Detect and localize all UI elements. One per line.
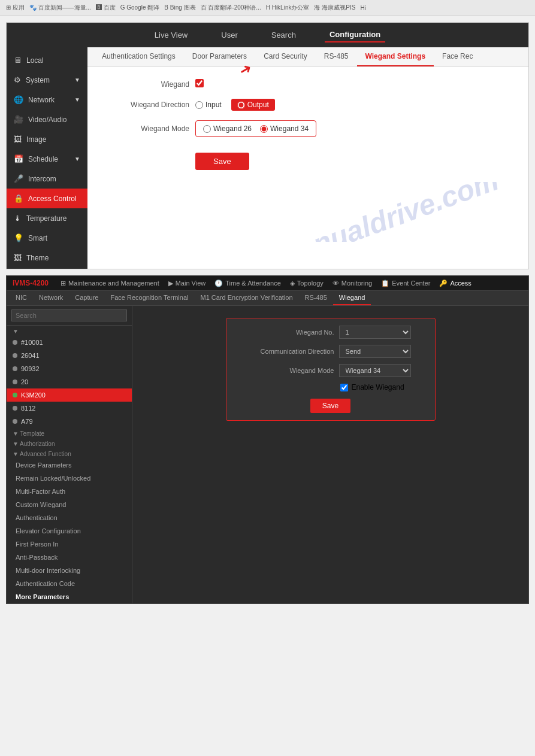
ivms-device-90932[interactable]: 90932 [7, 362, 132, 375]
ivms-tab-m1[interactable]: M1 Card Encryption Verification [194, 291, 298, 305]
ivms-nav-event[interactable]: 📋 Event Center [381, 280, 430, 287]
temperature-icon: 🌡 [14, 214, 22, 223]
sidebar-item-image[interactable]: 🖼 Image [7, 129, 87, 149]
ivms-device-8112[interactable]: 8112 [7, 402, 132, 415]
ivms-comm-dir-select[interactable]: Send [339, 345, 411, 358]
schedule-icon: 📅 [14, 154, 23, 163]
tab-wiegand-settings[interactable]: Wiegand Settings [357, 47, 434, 66]
ivms-search-input[interactable] [11, 309, 127, 321]
wiegand-row: Wiegand ➜ [105, 79, 510, 89]
sidebar-item-network[interactable]: 🌐 Network ▼ [7, 90, 87, 110]
ivms-wiegand-mode-select[interactable]: Wiegand 34 [339, 364, 411, 377]
direction-input-radio[interactable] [195, 101, 203, 109]
ivms-comm-dir-row: Communication Direction Send [238, 345, 423, 358]
bookmark-4[interactable]: B Bing 图表 [164, 4, 195, 12]
nav-configuration[interactable]: Configuration [325, 28, 385, 42]
tab-rs485[interactable]: RS-485 [316, 47, 357, 66]
ivms-tab-network[interactable]: Network [33, 291, 69, 305]
network-icon: 🌐 [14, 95, 23, 104]
nav-search[interactable]: Search [267, 28, 301, 42]
save-button[interactable]: Save [195, 153, 249, 170]
ivms-tab-wiegand[interactable]: Wiegand [333, 291, 371, 305]
sidebar-item-schedule[interactable]: 📅 Schedule ▼ [7, 149, 87, 169]
func-auth-code[interactable]: Authentication Code [7, 577, 132, 590]
ivms-wiegand-no-select[interactable]: 1 [339, 326, 411, 339]
func-anti-passback[interactable]: Anti-Passback [7, 551, 132, 564]
sidebar-item-system[interactable]: ⚙ System ▼ [7, 70, 87, 90]
image-icon: 🖼 [14, 135, 22, 144]
device-dot-10001 [13, 340, 17, 345]
watermark-text: manualdrive.com [270, 182, 503, 242]
sidebar-item-theme[interactable]: 🖼 Theme [7, 248, 87, 268]
direction-output-radio[interactable] [237, 101, 245, 109]
direction-input-label: Input [195, 101, 222, 109]
func-authentication[interactable]: Authentication [7, 511, 132, 524]
bookmark-2[interactable]: 🅱 百度 [96, 4, 116, 12]
bookmark-3[interactable]: G Google 翻译 [120, 4, 160, 12]
mode-26-text: Wiegand 26 [213, 125, 252, 133]
bookmark-1[interactable]: 🐾 百度新闻——海量... [29, 4, 91, 12]
ivms-tab-rs485[interactable]: RS-485 [299, 291, 333, 305]
ivms-device-10001[interactable]: #10001 [7, 336, 132, 349]
video-icon: 🎥 [14, 115, 23, 124]
ivms-nav-access[interactable]: 🔑 Access [439, 280, 471, 287]
mode-row: Wiegand Mode Wiegand 26 Wiegand 34 [105, 120, 510, 137]
func-elevator[interactable]: Elevator Configuration [7, 524, 132, 538]
sidebar-item-local[interactable]: 🖥 Local [7, 50, 87, 70]
tab-face-rec[interactable]: Face Rec [434, 47, 481, 66]
ivms-wiegand-no-label: Wiegand No. [238, 329, 334, 336]
ivms-nav-maintenance[interactable]: ⊞ Maintenance and Management [61, 280, 159, 287]
sidebar-item-temperature[interactable]: 🌡 Temperature [7, 208, 87, 228]
sidebar-item-video-audio[interactable]: 🎥 Video/Audio [7, 110, 87, 129]
func-device-params[interactable]: Device Parameters [7, 459, 132, 472]
local-icon: 🖥 [14, 56, 22, 65]
bookmark-7[interactable]: 海 海康威视PIS [314, 4, 355, 12]
ivms-nav-monitoring[interactable]: 👁 Monitoring [333, 280, 372, 287]
ivms-device-a79[interactable]: A79 [7, 415, 132, 428]
tab-auth-settings[interactable]: Authentication Settings [93, 47, 184, 66]
wiegand-checkbox[interactable] [195, 79, 204, 87]
ivms-tab-face[interactable]: Face Recognition Terminal [104, 291, 194, 305]
func-custom-wiegand[interactable]: Custom Wiegand [7, 498, 132, 511]
spacer [0, 610, 535, 730]
sidebar-item-smart[interactable]: 💡 Smart [7, 228, 87, 248]
nav-user[interactable]: User [216, 28, 242, 42]
ivms-device-20[interactable]: 20 [7, 375, 132, 388]
mode-26-radio[interactable] [203, 125, 211, 133]
ivms-comm-dir-label: Communication Direction [238, 348, 334, 355]
ivms-tab-nic[interactable]: NIC [10, 291, 33, 305]
ivms-device-26041[interactable]: 26041 [7, 349, 132, 362]
device-dot-26041 [13, 353, 17, 358]
ivms-wiegand-form: Wiegand No. 1 Communication Direction Se… [226, 318, 436, 421]
ivms-tabs: NIC Network Capture Face Recognition Ter… [7, 291, 528, 306]
mode-34-radio[interactable] [260, 125, 268, 133]
ivms-logo: iVMS-4200 [13, 279, 49, 287]
ivms-save-button[interactable]: Save [310, 399, 350, 413]
func-more-params[interactable]: More Parameters [7, 590, 132, 603]
nav-live-view[interactable]: Live View [150, 28, 192, 42]
func-multi-factor[interactable]: Multi-Factor Auth [7, 485, 132, 498]
mode-34-text: Wiegand 34 [270, 125, 309, 133]
ivms-nav-mainview[interactable]: ▶ Main View [168, 280, 206, 287]
bookmark-apps[interactable]: ⊞ 应用 [6, 4, 25, 12]
template-section: ▼ Template [7, 428, 132, 438]
tab-card-security[interactable]: Card Security [255, 47, 316, 66]
ivms-device-k3m200[interactable]: K3M200 [7, 388, 132, 402]
browser-bookmarks: ⊞ 应用 🐾 百度新闻——海量... 🅱 百度 G Google 翻译 B Bi… [0, 0, 535, 16]
func-remain-locked[interactable]: Remain Locked/Unlocked [7, 472, 132, 485]
ivms-nav-topology[interactable]: ◈ Topology [290, 280, 324, 287]
bookmark-5[interactable]: 百 百度翻译-200种语... [201, 4, 261, 12]
bookmark-6[interactable]: H HikLink办公室 [266, 4, 310, 12]
func-first-person[interactable]: First Person In [7, 538, 132, 551]
sidebar-item-intercom[interactable]: 🎤 Intercom [7, 169, 87, 189]
sidebar-item-access-control[interactable]: 🔒 Access Control [7, 189, 87, 208]
ivms-tab-capture[interactable]: Capture [69, 291, 104, 305]
ivms-nav-time[interactable]: 🕐 Time & Attendance [214, 280, 281, 287]
ivms-enable-label: Enable Wiegand [352, 383, 404, 391]
bookmark-8[interactable]: Hi [360, 5, 365, 11]
mode-label: Wiegand Mode [105, 125, 189, 133]
ivms-right-panel: Wiegand No. 1 Communication Direction Se… [132, 306, 528, 603]
screenshot-2: iVMS-4200 ⊞ Maintenance and Management ▶… [6, 275, 529, 604]
ivms-enable-checkbox[interactable] [340, 384, 348, 391]
func-multi-door[interactable]: Multi-door Interlocking [7, 564, 132, 577]
